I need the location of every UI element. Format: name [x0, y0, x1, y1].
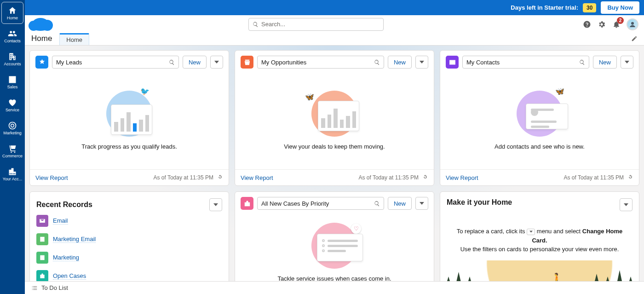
nav-sales[interactable]: Sales [1, 71, 23, 93]
opps-empty-state: 🦋 View your deals to keep them moving. [235, 71, 434, 169]
contacts-card-menu[interactable] [621, 56, 633, 69]
cases-empty-state: ♡ Tackle service issues when cases come … [235, 213, 434, 281]
buy-now-button[interactable]: Buy Now [601, 1, 639, 14]
opps-filter-label: My Opportunities [261, 59, 306, 66]
search-input[interactable] [261, 21, 380, 28]
edit-home-icon[interactable] [631, 35, 638, 43]
make-home-title: Make it your Home [447, 198, 512, 207]
recent-item[interactable]: Open Cases [36, 270, 222, 281]
cases-filter-select[interactable]: All New Cases By Priority [257, 197, 384, 210]
email-icon [36, 215, 48, 227]
contacts-refresh-icon[interactable] [627, 174, 633, 181]
make-home-menu[interactable] [620, 198, 632, 211]
contacts-filter-label: My Contacts [466, 59, 500, 66]
mh-text-a: To replace a card, click its [457, 228, 527, 235]
nav-commerce-label: Commerce [2, 154, 23, 158]
trial-days-badge: 30 [583, 3, 596, 12]
recent-records-card: Recent Records Email Marketing Email Mar… [29, 191, 229, 281]
leads-view-report-link[interactable]: View Report [35, 174, 68, 181]
lead-icon [35, 56, 48, 69]
mh-text2: Use the filters on cards to personalize … [460, 246, 619, 253]
trial-banner: Days left in Starter trial: 30 Buy Now [0, 0, 644, 15]
opps-card-menu[interactable] [415, 56, 428, 69]
home-icon [8, 6, 17, 15]
inline-caret-icon [527, 229, 535, 235]
opps-view-report-link[interactable]: View Report [241, 174, 273, 181]
people-icon [8, 29, 17, 38]
vertical-app-nav: Home Contacts Accounts Sales Service Mar… [0, 0, 25, 294]
tab-home[interactable]: Home [59, 33, 89, 45]
cases-card-menu[interactable] [415, 197, 428, 210]
cases-new-button[interactable]: New [388, 197, 412, 210]
nav-marketing[interactable]: Marketing [1, 117, 23, 139]
leads-asof: As of Today at 11:35 PM [153, 174, 213, 181]
leads-filter-label: My Leads [56, 59, 82, 66]
opps-filter-select[interactable]: My Opportunities [257, 56, 384, 69]
contacts-empty-state: 🦋 Add contacts and see who is new. [440, 71, 639, 169]
leads-new-button[interactable]: New [183, 56, 207, 69]
nav-youracc-label: Your Acc... [3, 177, 23, 181]
nav-contacts[interactable]: Contacts [1, 25, 23, 47]
page-title: Home [31, 34, 52, 45]
search-icon [253, 21, 259, 28]
make-home-card: Make it your Home To replace a card, cli… [440, 191, 639, 281]
help-icon[interactable] [582, 20, 592, 29]
nav-your-account[interactable]: Your Acc... [1, 163, 23, 185]
opps-new-button[interactable]: New [388, 56, 412, 69]
contact-icon [446, 56, 459, 69]
context-bar: Home Home [25, 33, 644, 46]
recent-item-label[interactable]: Marketing [53, 254, 79, 261]
user-avatar[interactable] [627, 18, 638, 30]
nav-service-label: Service [6, 108, 19, 112]
recent-item-label[interactable]: Open Cases [53, 272, 86, 280]
nav-commerce[interactable]: Commerce [1, 140, 23, 162]
opps-asof: As of Today at 11:35 PM [358, 174, 419, 181]
nav-service[interactable]: Service [1, 94, 23, 116]
chart-icon [8, 75, 17, 84]
contacts-view-report-link[interactable]: View Report [446, 174, 478, 181]
nav-accounts[interactable]: Accounts [1, 48, 23, 70]
case-icon [241, 197, 253, 210]
todo-icon [31, 285, 38, 291]
salesforce-logo[interactable] [31, 18, 50, 31]
search-icon [579, 59, 585, 65]
recent-item[interactable]: Marketing Email [36, 233, 222, 245]
recent-card-menu[interactable] [209, 198, 222, 211]
recent-item-label[interactable]: Email [53, 217, 68, 225]
search-icon [374, 59, 380, 65]
cart-icon [8, 144, 17, 153]
home-canvas: My Leads New 🐦 Track progress as you qua… [25, 46, 644, 281]
cases-empty-text: Tackle service issues when cases come in… [277, 275, 391, 281]
setup-gear-icon[interactable] [597, 20, 606, 29]
leads-card-menu[interactable] [210, 56, 223, 69]
todo-button[interactable]: To Do List [41, 284, 68, 291]
leads-empty-text: Track progress as you qualify leads. [81, 143, 177, 150]
office-icon [8, 167, 17, 176]
contacts-empty-text: Add contacts and see who is new. [494, 143, 585, 150]
nav-home[interactable]: Home [1, 2, 23, 24]
opportunity-icon [241, 56, 253, 69]
avatar-icon [628, 20, 637, 29]
recent-item-label[interactable]: Marketing Email [53, 236, 96, 243]
contacts-new-button[interactable]: New [593, 56, 617, 69]
contacts-card: My Contacts New 🦋 [440, 50, 639, 186]
case-icon [36, 270, 48, 281]
recent-item[interactable]: Email [36, 215, 222, 227]
notifications-icon[interactable]: 2 [612, 20, 621, 29]
hiker-illustration: 🚶 [440, 260, 639, 282]
recent-records-title: Recent Records [36, 201, 92, 209]
opps-refresh-icon[interactable] [422, 174, 428, 181]
mh-text-b: menu and select [537, 228, 582, 235]
leads-filter-select[interactable]: My Leads [52, 56, 179, 69]
recent-item[interactable]: Marketing [36, 252, 222, 264]
building-icon [8, 52, 17, 61]
nav-contacts-label: Contacts [4, 39, 21, 43]
template-icon [36, 233, 48, 245]
utility-bar: To Do List [25, 281, 644, 294]
contacts-filter-select[interactable]: My Contacts [462, 56, 589, 69]
nav-marketing-label: Marketing [3, 131, 22, 135]
global-search[interactable] [248, 18, 384, 31]
leads-refresh-icon[interactable] [217, 174, 223, 181]
heart-icon [8, 98, 17, 107]
trial-text: Days left in Starter trial: [511, 4, 578, 11]
